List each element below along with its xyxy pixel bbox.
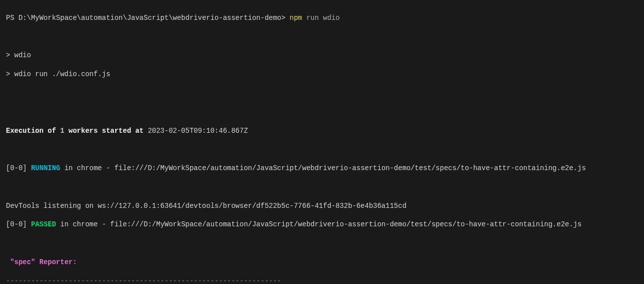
ps-prefix: PS — [6, 14, 18, 22]
exec-timestamp: 2023-02-05T09:10:46.867Z — [148, 127, 248, 135]
passed-line: [0-0] PASSED in chrome - file:///D:/MyWo… — [6, 220, 638, 229]
spec-label: "spec" — [10, 258, 35, 266]
script-echo-2: > wdio run ./wdio.conf.js — [6, 70, 638, 79]
blank-line — [6, 239, 638, 248]
script-echo-1: > wdio — [6, 51, 638, 60]
command-npm: npm — [289, 14, 302, 22]
worker-count: 1 — [60, 127, 64, 135]
status-running: RUNNING — [31, 164, 60, 172]
status-passed: PASSED — [31, 220, 56, 228]
spec-reporter-header: "spec" Reporter: — [6, 258, 638, 267]
exec-mid: workers started at — [65, 127, 148, 135]
spec-id: [0-0] — [6, 220, 31, 228]
blank-line — [6, 107, 638, 117]
execution-header: Execution of 1 workers started at 2023-0… — [6, 126, 638, 136]
blank-line — [6, 183, 638, 192]
blank-line — [6, 89, 638, 98]
devtools-line: DevTools listening on ws://127.0.0.1:636… — [6, 201, 638, 211]
blank-line — [6, 32, 638, 42]
running-detail: in chrome - file:///D:/MyWorkSpace/autom… — [60, 164, 586, 172]
working-dir: D:\MyWorkSpace\automation\JavaScript\web… — [18, 14, 289, 22]
separator-dashes: ----------------------------------------… — [6, 277, 638, 284]
reporter-label: Reporter: — [35, 258, 77, 266]
spec-id: [0-0] — [6, 164, 31, 172]
command-args: run wdio — [302, 14, 340, 22]
running-line: [0-0] RUNNING in chrome - file:///D:/MyW… — [6, 164, 638, 173]
passed-detail: in chrome - file:///D:/MyWorkSpace/autom… — [56, 220, 582, 228]
prompt-line-1: PS D:\MyWorkSpace\automation\JavaScript\… — [6, 13, 638, 23]
exec-pre: Execution of — [6, 127, 60, 135]
blank-line — [6, 145, 638, 154]
terminal-output[interactable]: PS D:\MyWorkSpace\automation\JavaScript\… — [0, 0, 644, 284]
